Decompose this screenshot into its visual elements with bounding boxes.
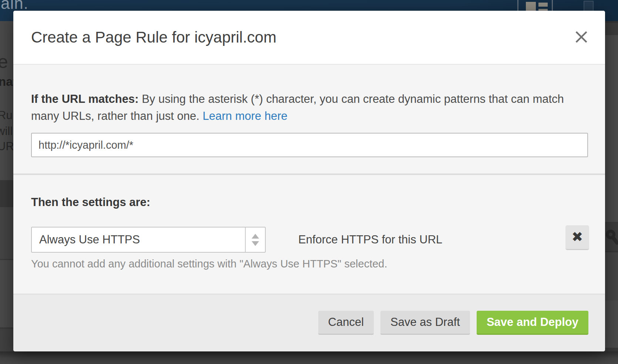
url-pattern-input[interactable] <box>31 133 588 157</box>
learn-more-link[interactable]: Learn more here <box>203 109 288 122</box>
background-band <box>605 23 618 35</box>
setting-restriction-note: You cannot add any additional settings w… <box>31 258 387 270</box>
dialog-header: Create a Page Rule for icyapril.com <box>13 11 605 65</box>
background-band <box>0 259 13 260</box>
background-text-fragment: UR <box>0 140 14 153</box>
grid-icon-bar <box>538 3 548 7</box>
remove-setting-button[interactable]: ✖ <box>565 225 589 250</box>
setting-description: Enforce HTTPS for this URL <box>298 227 442 253</box>
setting-select-value: Always Use HTTPS <box>39 228 140 252</box>
footer-buttons: Cancel Save as Draft Save and Deploy <box>318 311 588 335</box>
background-text-fragment: e <box>0 51 8 73</box>
dialog-title: Create a Page Rule for icyapril.com <box>31 11 276 64</box>
cancel-button[interactable]: Cancel <box>318 311 374 335</box>
select-spinner-icon <box>245 228 265 252</box>
screen: ain. e nav Ru will UR Create a Page Rule… <box>0 0 618 364</box>
background-text-fragment: Ru <box>0 109 13 122</box>
create-page-rule-dialog: Create a Page Rule for icyapril.com If t… <box>13 11 605 351</box>
background-band <box>0 207 13 259</box>
save-as-draft-button[interactable]: Save as Draft <box>380 311 470 335</box>
settings-heading: Then the settings are: <box>31 196 150 209</box>
dialog-footer: Cancel Save as Draft Save and Deploy <box>13 294 605 351</box>
chevron-down-icon <box>252 241 259 246</box>
backdrop-shadow <box>0 351 618 364</box>
save-and-deploy-button[interactable]: Save and Deploy <box>477 311 588 335</box>
url-match-label: If the URL matches: <box>31 92 139 105</box>
close-icon[interactable] <box>574 30 588 44</box>
background-band <box>605 252 618 300</box>
section-divider <box>13 173 605 175</box>
chevron-up-icon <box>252 234 259 239</box>
background-text-fragment: will <box>0 125 13 138</box>
setting-select[interactable]: Always Use HTTPS <box>31 227 266 253</box>
background-band <box>0 180 13 207</box>
url-match-description: If the URL matches: By using the asteris… <box>31 91 577 125</box>
remove-x-icon: ✖ <box>571 229 583 245</box>
